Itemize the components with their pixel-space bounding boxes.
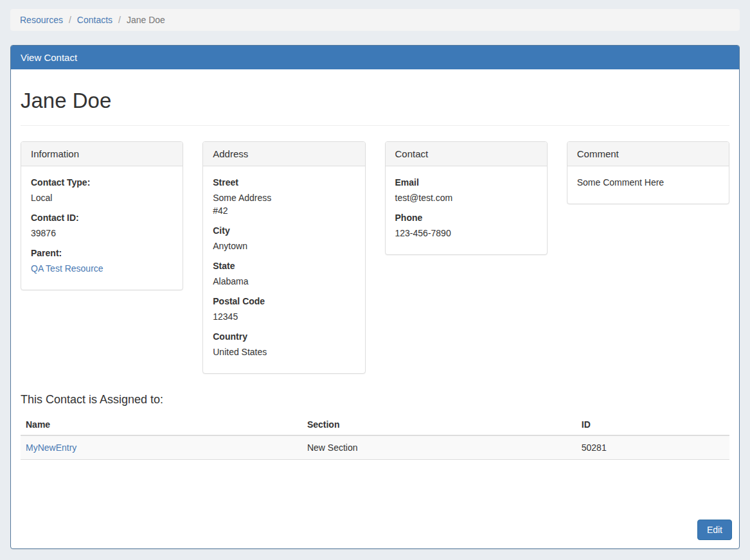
assigned-entry-id: 50281: [576, 435, 729, 460]
city-value: Anytown: [213, 240, 355, 252]
breadcrumb-link-contacts[interactable]: Contacts: [77, 15, 112, 25]
page-title: Jane Doe: [21, 89, 729, 112]
street-label: Street: [213, 176, 355, 189]
breadcrumb-separator: /: [118, 15, 121, 25]
phone-value: 123-456-7890: [395, 227, 537, 240]
parent-label: Parent:: [31, 247, 173, 259]
assigned-table: Name Section ID MyNewEntry New Section 5…: [21, 414, 729, 460]
comment-card-title: Comment: [567, 142, 729, 166]
assigned-entry-section: New Section: [302, 435, 576, 460]
address-card-body: Street Some Address #42 City Anytown Sta…: [203, 166, 364, 373]
assigned-entry-link[interactable]: MyNewEntry: [26, 442, 76, 453]
state-label: State: [213, 259, 355, 272]
breadcrumb: Resources / Contacts / Jane Doe: [10, 9, 740, 31]
address-card-title: Address: [203, 142, 364, 166]
comment-card-body: Some Comment Here: [567, 166, 729, 204]
breadcrumb-separator: /: [69, 15, 71, 25]
contact-id-label: Contact ID:: [31, 211, 173, 224]
information-card-body: Contact Type: Local Contact ID: 39876 Pa…: [21, 166, 183, 290]
contact-card: Contact Email test@test.com Phone 123-45…: [385, 141, 548, 255]
information-card: Information Contact Type: Local Contact …: [21, 141, 183, 290]
contact-card-body: Email test@test.com Phone 123-456-7890: [386, 166, 547, 254]
phone-label: Phone: [395, 211, 537, 224]
table-header-row: Name Section ID: [21, 414, 729, 435]
country-value: United States: [213, 346, 355, 358]
panel-body: Jane Doe Information Contact Type: Local…: [11, 69, 739, 548]
postal-code-label: Postal Code: [213, 295, 355, 308]
contact-id-value: 39876: [31, 227, 173, 240]
assigned-heading: This Contact is Assigned to:: [21, 393, 729, 407]
state-value: Alabama: [213, 275, 355, 288]
city-label: City: [213, 224, 355, 237]
postal-code-value: 12345: [213, 310, 355, 323]
street-line-1: Some Address: [213, 193, 271, 203]
divider: [21, 125, 729, 126]
panel-title: View Contact: [11, 46, 739, 69]
email-value: test@test.com: [395, 191, 537, 204]
column-header-section: Section: [302, 414, 576, 435]
email-label: Email: [395, 176, 537, 189]
street-value: Some Address #42: [213, 191, 355, 217]
comment-card: Comment Some Comment Here: [567, 141, 729, 204]
page: Resources / Contacts / Jane Doe View Con…: [0, 0, 750, 549]
country-label: Country: [213, 330, 355, 343]
edit-button[interactable]: Edit: [697, 520, 732, 540]
street-line-2: #42: [213, 206, 228, 216]
contact-type-value: Local: [31, 191, 173, 204]
cards-row: Information Contact Type: Local Contact …: [21, 141, 729, 374]
view-contact-panel: View Contact Jane Doe Information Contac…: [10, 45, 740, 549]
parent-resource-link[interactable]: QA Test Resource: [31, 263, 103, 274]
contact-card-title: Contact: [386, 142, 547, 166]
column-header-name: Name: [21, 414, 302, 435]
column-header-id: ID: [576, 414, 729, 435]
information-card-title: Information: [21, 142, 183, 166]
address-card: Address Street Some Address #42 City Any…: [202, 141, 365, 374]
breadcrumb-link-resources[interactable]: Resources: [20, 15, 63, 25]
breadcrumb-current: Jane Doe: [127, 15, 165, 25]
table-row: MyNewEntry New Section 50281: [21, 435, 729, 460]
contact-type-label: Contact Type:: [31, 176, 173, 189]
comment-value: Some Comment Here: [577, 176, 719, 189]
